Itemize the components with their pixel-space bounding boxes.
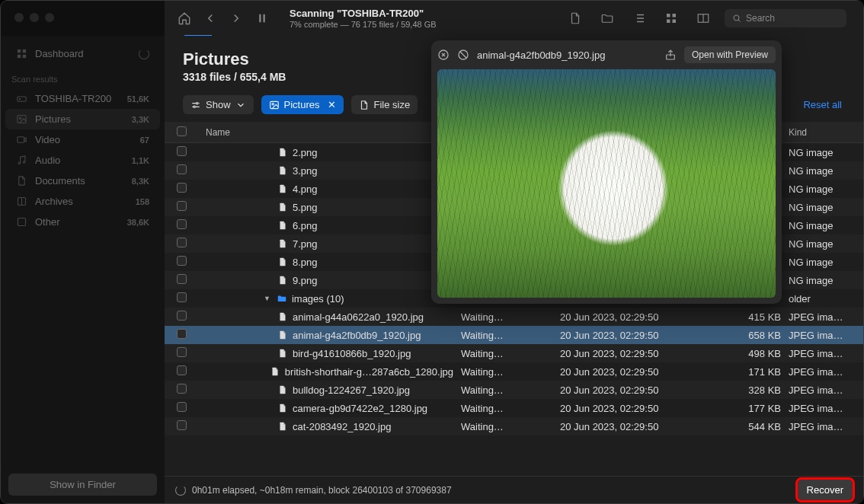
file-size: 328 KB (720, 384, 789, 396)
titlebar: Scanning "TOSHIBA-TR200" 7% complete — 7… (1, 1, 863, 36)
list-view-icon[interactable] (629, 8, 650, 29)
spinner-icon (175, 485, 186, 496)
drive-icon (16, 93, 27, 104)
close-icon[interactable]: ✕ (328, 99, 336, 110)
file-kind: NG image (789, 238, 857, 250)
video-icon (16, 134, 27, 145)
file-icon (277, 275, 288, 285)
table-row[interactable]: british-shorthair-g…287a6cb_1280.jpg Wai… (165, 362, 863, 381)
row-checkbox[interactable] (177, 183, 187, 193)
row-checkbox[interactable] (177, 238, 187, 247)
filter-chip-filesize[interactable]: File size (351, 95, 418, 114)
sidebar-section-title: Scan results (1, 64, 165, 88)
share-icon[interactable] (664, 49, 677, 61)
folder-view-icon[interactable] (597, 8, 618, 29)
column-view-icon[interactable] (693, 8, 714, 29)
row-checkbox[interactable] (177, 146, 187, 156)
svg-point-21 (197, 102, 198, 104)
file-icon (277, 202, 288, 212)
svg-rect-9 (23, 49, 26, 53)
table-row[interactable]: camera-gb9d7422e2_1280.jpg Waiting… 20 J… (165, 399, 863, 417)
row-checkbox[interactable] (177, 347, 187, 357)
file-icon (277, 348, 288, 359)
sidebar-item-archives[interactable]: Archives158 (5, 191, 160, 212)
svg-rect-11 (23, 55, 26, 58)
search-input[interactable]: Search (725, 9, 846, 27)
file-size: 544 KB (720, 421, 789, 432)
sidebar-item-toshiba-tr200[interactable]: TOSHIBA-TR20051,6K (5, 88, 160, 109)
show-label: Show (206, 99, 231, 110)
file-icon (277, 403, 288, 413)
preview-status: Waiting… (461, 421, 560, 432)
select-all-checkbox[interactable] (177, 126, 187, 136)
chevron-down-icon[interactable]: ▼ (264, 295, 272, 302)
row-checkbox[interactable] (177, 292, 187, 302)
row-checkbox[interactable] (177, 164, 187, 174)
window-close-button[interactable] (14, 13, 24, 22)
sidebar-item-other[interactable]: Other38,6K (5, 212, 160, 232)
column-name[interactable]: Name (206, 127, 461, 138)
forward-button[interactable] (226, 8, 247, 29)
document-icon[interactable] (565, 8, 586, 29)
recover-button[interactable]: Recover (798, 480, 853, 500)
close-preview-button[interactable] (437, 49, 450, 61)
show-in-finder-button[interactable]: Show in Finder (8, 474, 157, 496)
table-row[interactable]: cat-2083492_1920.jpg Waiting… 20 Jun 202… (165, 417, 863, 435)
row-checkbox[interactable] (177, 219, 187, 229)
file-name: cat-2083492_1920.jpg (293, 421, 391, 432)
row-checkbox[interactable] (177, 402, 187, 412)
sidebar-item-label: TOSHIBA-TR200 (35, 93, 120, 104)
file-kind: JPEG ima… (789, 421, 857, 432)
main-panel: Pictures 3318 files / 655,4 MB Show Pict… (165, 36, 863, 503)
reset-all-button[interactable]: Reset all (803, 99, 845, 110)
file-name: 3.png (293, 165, 318, 177)
table-row[interactable]: animal-g44a0622a0_1920.jpg Waiting… 20 J… (165, 308, 863, 326)
sidebar-item-audio[interactable]: Audio1,1K (5, 150, 160, 171)
file-icon (277, 183, 288, 194)
svg-rect-0 (259, 14, 261, 23)
file-name: animal-g44a0622a0_1920.jpg (293, 311, 424, 323)
sidebar-item-count: 3,3K (132, 115, 149, 124)
table-row[interactable]: animal-g4a2fb0db9_1920.jpg Waiting… 20 J… (165, 326, 863, 344)
file-kind: JPEG ima… (789, 403, 857, 414)
file-size: 177 KB (720, 403, 789, 414)
row-checkbox[interactable] (177, 274, 187, 284)
back-button[interactable] (200, 8, 221, 29)
sidebar-item-pictures[interactable]: Pictures3,3K (5, 109, 160, 129)
svg-point-24 (272, 103, 274, 104)
show-menu-button[interactable]: Show (183, 95, 254, 114)
dashboard-icon (16, 48, 27, 59)
row-checkbox[interactable] (177, 329, 187, 339)
row-checkbox[interactable] (177, 420, 187, 430)
table-row[interactable]: bulldog-1224267_1920.jpg Waiting… 20 Jun… (165, 381, 863, 399)
file-name: british-shorthair-g…287a6cb_1280.jpg (285, 366, 453, 378)
home-button[interactable] (174, 8, 195, 29)
pause-button[interactable] (251, 8, 273, 29)
grid-view-icon[interactable] (661, 8, 682, 29)
sliders-icon (190, 100, 201, 110)
row-checkbox[interactable] (177, 365, 187, 375)
preview-status: Waiting… (461, 403, 560, 414)
sidebar-item-dashboard[interactable]: Dashboard (5, 43, 160, 64)
table-row[interactable]: bird-g41610866b_1920.jpg Waiting… 20 Jun… (165, 344, 863, 362)
filter-chip-pictures[interactable]: Pictures ✕ (261, 95, 344, 114)
file-name: images (10) (292, 293, 344, 305)
filter-label: Pictures (284, 99, 320, 110)
sidebar-item-video[interactable]: Video67 (5, 129, 160, 150)
sidebar-item-label: Archives (35, 196, 128, 207)
file-kind: JPEG ima… (789, 311, 857, 323)
file-size: 415 KB (720, 311, 789, 323)
row-checkbox[interactable] (177, 311, 187, 321)
preview-filename: animal-g4a2fb0db9_1920.jpg (477, 49, 657, 61)
window-minimize-button[interactable] (30, 13, 39, 22)
svg-rect-8 (18, 49, 21, 53)
row-checkbox[interactable] (177, 201, 187, 211)
spinner-icon (139, 49, 149, 59)
row-checkbox[interactable] (177, 384, 187, 394)
column-kind[interactable]: Kind (789, 127, 857, 138)
sidebar-item-documents[interactable]: Documents8,3K (5, 171, 160, 191)
row-checkbox[interactable] (177, 256, 187, 266)
window-maximize-button[interactable] (45, 13, 54, 22)
open-with-preview-button[interactable]: Open with Preview (684, 46, 776, 63)
chevron-down-icon (235, 100, 246, 110)
